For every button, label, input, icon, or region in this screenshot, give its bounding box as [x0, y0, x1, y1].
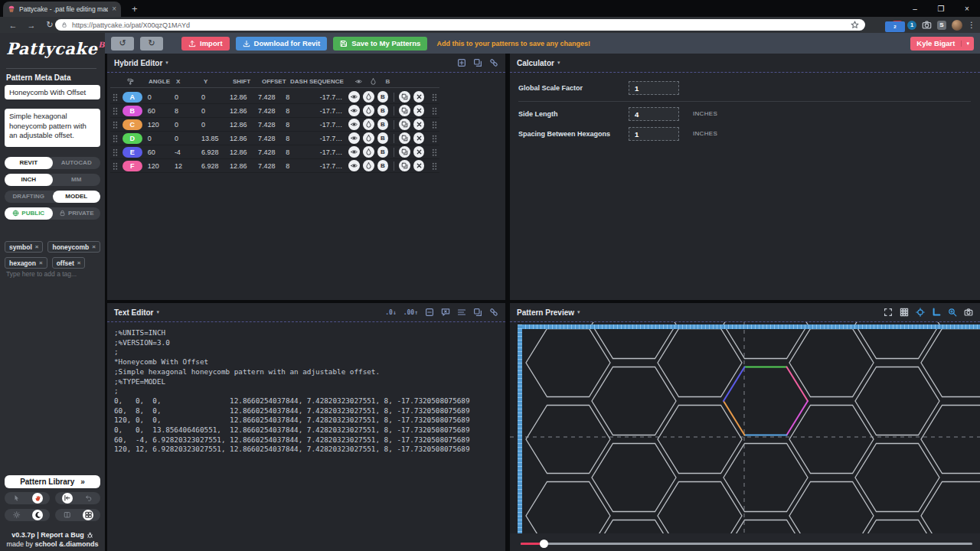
import-button[interactable]: Import: [181, 37, 230, 51]
fill-button[interactable]: [363, 132, 374, 144]
dash1-value[interactable]: 8: [286, 107, 305, 115]
offset-value[interactable]: 7.428: [258, 93, 286, 101]
slider-track[interactable]: [521, 543, 972, 545]
redo-button[interactable]: ↻: [140, 37, 163, 51]
delete-row-button[interactable]: [413, 91, 425, 103]
snap-toggle[interactable]: [55, 492, 100, 504]
sun-icon[interactable]: [11, 510, 22, 520]
dash2-value[interactable]: -17.7…: [305, 148, 346, 156]
highlight-edge-top-right[interactable]: [787, 367, 808, 402]
drag-handle[interactable]: [110, 121, 121, 129]
x-value[interactable]: 0: [175, 93, 201, 101]
ruler-corner-icon[interactable]: [932, 308, 941, 317]
toggle-revit-autocad[interactable]: REVITAUTOCAD: [5, 157, 100, 169]
visibility-button[interactable]: [348, 105, 360, 116]
select-pan-toggle[interactable]: [5, 492, 50, 504]
delete-row-button[interactable]: [413, 132, 425, 144]
screenshot-extension-icon[interactable]: [922, 20, 932, 30]
save-patterns-button[interactable]: Save to My Patterns: [333, 37, 427, 51]
bold-button[interactable]: B: [377, 132, 389, 144]
history-icon[interactable]: [83, 493, 93, 504]
pattern-library-button[interactable]: Pattern Library »: [5, 475, 100, 488]
collapse-icon[interactable]: [425, 308, 434, 317]
drag-handle[interactable]: [110, 93, 121, 101]
dash1-value[interactable]: 8: [286, 93, 305, 101]
remove-tag-icon[interactable]: ×: [39, 259, 43, 266]
profile-avatar[interactable]: [952, 20, 962, 31]
download-revit-button[interactable]: Download for Revit: [236, 37, 328, 51]
angle-value[interactable]: 120: [148, 162, 175, 170]
drag-handle[interactable]: [429, 107, 439, 115]
delete-row-button[interactable]: [413, 119, 425, 130]
shift-value[interactable]: 12.86: [230, 93, 258, 101]
spacing-input[interactable]: 1: [629, 127, 679, 141]
moon-icon[interactable]: [32, 510, 43, 520]
duplicate-row-button[interactable]: [399, 119, 410, 130]
link-icon[interactable]: [489, 308, 498, 317]
pattern-name-input[interactable]: Honeycomb With Offset: [5, 85, 100, 99]
fill-button[interactable]: [363, 91, 374, 103]
remove-tag-icon[interactable]: ×: [77, 259, 81, 266]
toggle-option-private[interactable]: PRIVATE: [53, 207, 101, 220]
credit-name[interactable]: school &.diamonds: [35, 540, 99, 548]
preview-canvas[interactable]: [510, 322, 980, 533]
x-value[interactable]: -4: [175, 148, 201, 156]
duplicate-row-button[interactable]: [399, 160, 410, 171]
dash2-value[interactable]: -17.7…: [305, 121, 346, 129]
bold-button[interactable]: B: [377, 146, 389, 158]
tag-honeycomb[interactable]: honeycomb×: [47, 241, 100, 253]
new-tab-button[interactable]: +: [132, 3, 138, 15]
s-extension-icon[interactable]: S: [937, 21, 946, 30]
tag-symbol[interactable]: symbol×: [5, 241, 43, 253]
drag-handle[interactable]: [429, 93, 439, 101]
fill-button[interactable]: [363, 146, 374, 158]
pattern-description-input[interactable]: Simple hexagonal honeycomb pattern with …: [5, 109, 100, 147]
line-family-badge[interactable]: D: [122, 133, 142, 144]
toggle-option-inch[interactable]: INCH: [5, 174, 53, 186]
y-value[interactable]: 0: [201, 93, 230, 101]
drag-handle[interactable]: [429, 162, 439, 170]
x-value[interactable]: 8: [175, 107, 201, 115]
visibility-button[interactable]: [348, 146, 360, 158]
toggle-option-drafting[interactable]: DRAFTING: [5, 191, 53, 203]
toggle-option-mm[interactable]: MM: [53, 174, 101, 186]
bold-button[interactable]: B: [377, 119, 389, 130]
remove-tag-icon[interactable]: ×: [35, 243, 39, 250]
align-lines-icon[interactable]: [457, 308, 466, 317]
chevron-down-icon[interactable]: ▾: [165, 60, 168, 66]
theme-toggle[interactable]: [5, 509, 50, 521]
duplicate-row-button[interactable]: [399, 105, 410, 116]
duplicate-row-button[interactable]: [399, 132, 410, 144]
toggle-option-model[interactable]: MODEL: [53, 191, 101, 203]
layout-toggle[interactable]: [55, 509, 100, 521]
minimize-button[interactable]: –: [902, 5, 928, 13]
toggle-inch-mm[interactable]: INCHMM: [5, 174, 100, 186]
add-row-icon[interactable]: [457, 58, 466, 67]
x-value[interactable]: 0: [175, 121, 201, 129]
tag-hexagon[interactable]: hexagon×: [5, 257, 47, 269]
browser-tab[interactable]: Pattycake - .pat file editing mad ×: [3, 2, 121, 17]
duplicate-row-button[interactable]: [399, 91, 410, 103]
line-family-badge[interactable]: F: [122, 161, 142, 171]
offset-value[interactable]: 7.428: [258, 162, 286, 170]
tile-pattern-icon[interactable]: [900, 308, 909, 317]
decimal-increase-icon[interactable]: .00↑: [403, 309, 418, 316]
y-value[interactable]: 0: [201, 107, 230, 115]
offset-value[interactable]: 7.428: [258, 135, 286, 142]
toggle-option-revit[interactable]: REVIT: [5, 157, 53, 169]
offset-value[interactable]: 7.428: [258, 107, 286, 115]
delete-row-button[interactable]: [413, 146, 425, 158]
dash1-value[interactable]: 8: [286, 148, 305, 156]
pattern-preview-title[interactable]: Pattern Preview: [517, 308, 574, 317]
y-value[interactable]: 6.928: [201, 148, 230, 156]
drag-handle[interactable]: [110, 135, 121, 142]
slider-knob[interactable]: [540, 540, 548, 548]
toggle-public-private[interactable]: PUBLICPRIVATE: [5, 207, 100, 220]
calculator-title[interactable]: Calculator: [517, 59, 554, 67]
chevron-down-icon[interactable]: ▾: [156, 309, 159, 315]
x-value[interactable]: 12: [175, 162, 201, 170]
toggle-option-autocad[interactable]: AUTOCAD: [53, 157, 101, 169]
hybrid-editor-title[interactable]: Hybrid Editor: [114, 59, 162, 67]
y-value[interactable]: 0: [201, 121, 230, 129]
zoom-slider[interactable]: [521, 539, 972, 548]
